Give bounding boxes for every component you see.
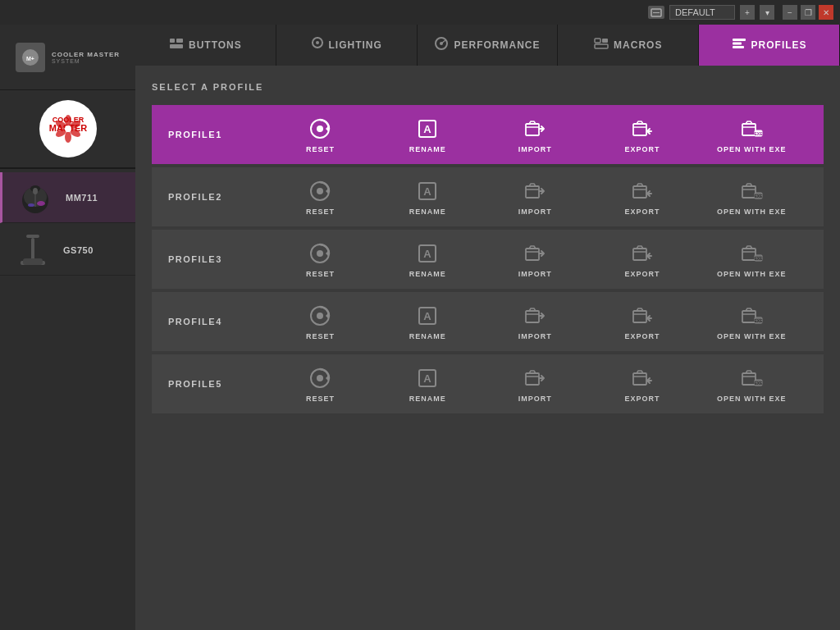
action-import-profile-5[interactable]: IMPORT <box>502 365 568 403</box>
rename-label: RENAME <box>409 208 446 216</box>
svg-rect-41 <box>733 43 742 45</box>
import-icon <box>522 240 548 267</box>
action-import-profile-1[interactable]: IMPORT <box>502 116 568 153</box>
action-reset-profile-1[interactable]: RESET <box>287 116 353 153</box>
import-label: IMPORT <box>518 270 552 278</box>
title-bar: DEFAULT + ▾ − ❐ ✕ <box>0 0 840 25</box>
tab-performance-label: PERFORMANCE <box>454 39 540 51</box>
svg-point-84 <box>317 375 323 381</box>
action-rename-profile-5[interactable]: A RENAME <box>395 365 460 403</box>
brand-name: COOLER MASTER SYSTEM <box>52 51 120 64</box>
export-icon <box>629 365 655 391</box>
exe-label: OPEN WITH EXE <box>717 332 787 340</box>
restore-button[interactable]: ❐ <box>801 5 815 20</box>
profile-actions-1: RESET A RENAME IMPORT EXPORT EXE OPEN WI… <box>267 116 807 153</box>
svg-text:A: A <box>424 310 432 322</box>
reset-label: RESET <box>306 145 335 153</box>
action-exe-profile-1[interactable]: EXE OPEN WITH EXE <box>717 116 787 153</box>
exe-icon: EXE <box>738 240 765 267</box>
close-button[interactable]: ✕ <box>819 5 833 20</box>
tab-buttons-label: BUTTONS <box>189 39 242 51</box>
tab-profiles[interactable]: PROFILES <box>699 25 840 66</box>
mm711-label: MM711 <box>66 193 98 203</box>
profile-name-2: PROFILE2 <box>168 192 267 202</box>
dropdown-arrow-button[interactable]: ▾ <box>760 5 774 20</box>
svg-text:M+: M+ <box>26 56 34 62</box>
reset-icon <box>307 365 333 391</box>
reset-label: RESET <box>306 208 335 216</box>
action-import-profile-3[interactable]: IMPORT <box>502 240 568 278</box>
svg-marker-85 <box>326 375 329 381</box>
profile-name-5: PROFILE5 <box>168 379 267 389</box>
action-reset-profile-2[interactable]: RESET <box>287 178 353 216</box>
action-export-profile-5[interactable]: EXPORT <box>609 365 675 403</box>
tab-macros[interactable]: MACROS <box>558 25 699 66</box>
svg-rect-89 <box>633 373 646 385</box>
import-icon <box>522 116 548 142</box>
action-export-profile-1[interactable]: EXPORT <box>609 116 675 153</box>
action-rename-profile-2[interactable]: A RENAME <box>395 178 460 216</box>
action-export-profile-4[interactable]: EXPORT <box>609 303 675 340</box>
cooler-master-logo: COOLER MASTER <box>0 90 135 169</box>
profile-row-3[interactable]: PROFILE3 RESET A RENAME IMPORT EXPORT <box>152 230 824 289</box>
gs750-image <box>10 231 55 268</box>
exe-label: OPEN WITH EXE <box>717 145 787 153</box>
profile-icon <box>648 6 664 19</box>
action-reset-profile-3[interactable]: RESET <box>287 240 353 278</box>
action-import-profile-4[interactable]: IMPORT <box>502 303 568 340</box>
action-import-profile-2[interactable]: IMPORT <box>502 178 568 216</box>
action-rename-profile-3[interactable]: A RENAME <box>395 240 460 278</box>
export-label: EXPORT <box>625 332 660 340</box>
tab-performance[interactable]: PERFORMANCE <box>418 25 559 66</box>
title-bar-profile: DEFAULT + ▾ <box>648 5 774 20</box>
profile-dropdown[interactable]: DEFAULT <box>669 5 735 20</box>
action-exe-profile-4[interactable]: EXE OPEN WITH EXE <box>717 303 787 340</box>
exe-label: OPEN WITH EXE <box>717 270 787 278</box>
profile-row-4[interactable]: PROFILE4 RESET A RENAME IMPORT EXPORT <box>152 292 824 351</box>
sidebar: M+ COOLER MASTER SYSTEM COOLER MASTER <box>0 25 135 630</box>
add-profile-button[interactable]: + <box>740 5 755 20</box>
svg-rect-59 <box>633 186 646 198</box>
sidebar-item-mm711[interactable]: MM711 <box>0 172 135 223</box>
action-rename-profile-1[interactable]: A RENAME <box>395 116 460 153</box>
export-icon <box>629 240 655 267</box>
exe-icon: EXE <box>738 178 765 204</box>
nav-tabs: BUTTONS LIGHTING PERFORMANCE <box>135 25 840 66</box>
export-label: EXPORT <box>625 208 660 216</box>
svg-rect-27 <box>170 44 183 48</box>
profile-row-2[interactable]: PROFILE2 RESET A RENAME IMPORT EXPORT <box>152 167 824 226</box>
profile-row-5[interactable]: PROFILE5 RESET A RENAME IMPORT EXPORT <box>152 354 824 413</box>
action-exe-profile-2[interactable]: EXE OPEN WITH EXE <box>717 178 787 216</box>
action-exe-profile-3[interactable]: EXE OPEN WITH EXE <box>717 240 787 278</box>
action-export-profile-3[interactable]: EXPORT <box>609 240 675 278</box>
tab-macros-label: MACROS <box>614 39 662 51</box>
action-reset-profile-4[interactable]: RESET <box>287 303 353 340</box>
svg-rect-79 <box>633 311 646 322</box>
action-exe-profile-5[interactable]: EXE OPEN WITH EXE <box>717 365 787 403</box>
action-rename-profile-4[interactable]: A RENAME <box>395 303 460 340</box>
svg-point-13 <box>65 126 71 132</box>
svg-point-54 <box>317 188 323 194</box>
svg-text:A: A <box>424 123 432 135</box>
svg-marker-45 <box>326 126 329 132</box>
export-icon <box>629 303 655 329</box>
svg-rect-40 <box>733 39 746 41</box>
rename-label: RENAME <box>409 145 446 153</box>
export-icon <box>629 116 655 142</box>
reset-icon <box>307 240 333 267</box>
svg-rect-25 <box>170 39 175 43</box>
profile-row-1[interactable]: PROFILE1 RESET A RENAME IMPORT EXPORT <box>152 105 824 164</box>
import-label: IMPORT <box>518 332 552 340</box>
app-window: DEFAULT + ▾ − ❐ ✕ M+ C <box>0 0 840 630</box>
svg-rect-68 <box>526 249 539 260</box>
rename-icon: A <box>414 178 441 204</box>
export-label: EXPORT <box>625 270 660 278</box>
sidebar-item-gs750[interactable]: GS750 <box>0 225 135 276</box>
import-label: IMPORT <box>518 145 552 153</box>
tab-buttons[interactable]: BUTTONS <box>135 25 276 66</box>
svg-text:A: A <box>424 185 432 198</box>
action-reset-profile-5[interactable]: RESET <box>287 365 353 403</box>
tab-lighting[interactable]: LIGHTING <box>276 25 418 66</box>
action-export-profile-2[interactable]: EXPORT <box>609 178 675 216</box>
minimize-button[interactable]: − <box>783 5 797 20</box>
